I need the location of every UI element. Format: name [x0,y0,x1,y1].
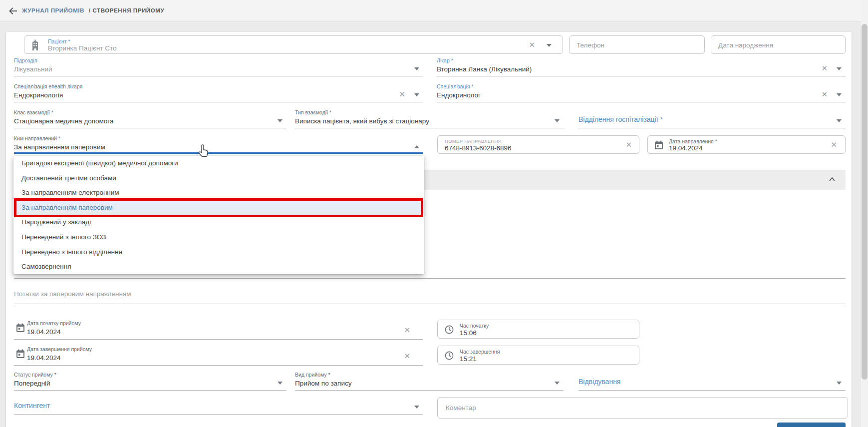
patient-field[interactable]: Пацієнт * Вторинка Пацієнт Сто ✕ [24,35,563,54]
ehealth-spec-value: Ендокринологія [14,91,423,100]
chevron-down-icon[interactable] [837,93,842,96]
attendance-field[interactable]: Відвідування [579,372,846,391]
chevron-down-icon[interactable] [414,406,419,409]
dropdown-option[interactable]: Бригадою екстреної (швидкої) медичної до… [13,156,424,171]
referred-by-field[interactable]: Ким направлений * За направленням паперо… [14,135,423,154]
contingent-field[interactable]: Контингент [14,396,423,415]
referred-by-label: Ким направлений * [14,135,423,142]
end-time-field[interactable]: Час завершення 15:21 [437,346,639,365]
phone-placeholder: Телефон [577,41,604,49]
status-field[interactable]: Статус прийому * Попередній [14,372,287,391]
scrollbar-thumb[interactable] [862,24,868,380]
chevron-down-icon[interactable] [414,93,419,96]
chevron-down-icon[interactable] [555,382,560,385]
unit-field[interactable]: Підрозділ Лікувальний [14,57,423,76]
comment-field[interactable]: Коментар [437,397,848,419]
dropdown-option[interactable]: Доставлений третіми особами [13,171,424,186]
end-time-value: 15:21 [460,355,477,363]
birthdate-field[interactable]: Дата народження [711,35,846,54]
scrollbar-track[interactable] [861,0,868,427]
chevron-down-icon[interactable] [837,67,842,70]
chevron-down-icon[interactable] [837,382,842,385]
breadcrumb: ЖУРНАЛ ПРИЙОМІВ / СТВОРЕННЯ ПРИЙОМУ [22,7,164,13]
doctor-field[interactable]: Лікар * Вторинна Ланка (Лікувальний) ✕ [437,57,846,76]
breadcrumb-current: / СТВОРЕННЯ ПРИЙОМУ [89,7,164,13]
interaction-class-label: Клас взаємодії * [14,109,287,116]
clear-icon[interactable]: ✕ [404,352,410,360]
clock-icon [444,325,454,335]
referral-date-label: Дата направлення * [669,138,717,144]
patient-label: Пацієнт * [48,38,70,44]
clear-icon[interactable]: ✕ [821,90,828,98]
unit-label: Підрозділ [14,57,423,64]
visit-kind-label: Вид прийому * [295,372,564,378]
contingent-label: Контингент [14,402,50,410]
hospital-department-label: Відділення госпіталізації * [579,115,663,123]
end-date-value: 19.04.2024 [27,354,423,363]
specialization-field[interactable]: Спеціалізація * Ендокринолог ✕ [437,83,846,102]
interaction-class-value: Стаціонарна медична допомога [14,117,287,126]
start-date-value: 19.04.2024 [27,328,423,337]
top-bar: ЖУРНАЛ ПРИЙОМІВ / СТВОРЕННЯ ПРИЙОМУ [0,0,868,22]
phone-field[interactable]: Телефон [569,35,705,54]
doctor-label: Лікар * [437,57,846,64]
clear-icon[interactable]: ✕ [831,141,837,148]
dropdown-option[interactable]: За направленням електронним [13,185,424,200]
paper-referral-notes-field[interactable]: Нотатки за паперовим направленням [14,290,846,304]
calendar-icon [16,349,25,359]
chevron-down-icon[interactable] [555,119,560,122]
specialization-label: Спеціалізація * [437,83,846,90]
chevron-up-icon[interactable] [414,145,419,148]
clear-icon[interactable]: ✕ [399,90,405,98]
dropdown-option[interactable]: Переведений з іншого ЗОЗ [13,230,424,245]
ehealth-spec-label: Спеціалізація ehealth лікаря [14,83,423,90]
referral-number-label: НОМЕР НАПРАВЛЕННЯ [445,138,502,144]
end-date-field[interactable]: Дата завершення прийому 19.04.2024 ✕ [14,345,423,366]
dropdown-option-selected[interactable]: За направленням паперовим [13,200,424,215]
start-time-field[interactable]: Час початку 15:06 [437,320,639,339]
back-arrow-icon[interactable] [7,5,19,17]
save-button[interactable] [777,423,846,427]
doctor-value: Вторинна Ланка (Лікувальний) [437,65,846,74]
dropdown-option[interactable]: Переведено з іншого відділення [13,245,424,260]
chevron-down-icon[interactable] [837,119,842,122]
calendar-icon [654,140,663,150]
clear-icon[interactable]: ✕ [821,64,828,72]
status-value: Попередній [14,379,287,388]
referral-number-value: 6748-8913-6028-6896 [445,144,512,152]
interaction-class-field[interactable]: Клас взаємодії * Стаціонарна медична доп… [14,109,287,128]
interaction-type-value: Виписка пацієнта, який вибув зі стаціона… [295,117,564,126]
referred-by-value: За направленням паперовим [14,143,423,152]
interaction-type-field[interactable]: Тип взаємодії * Виписка пацієнта, який в… [295,109,564,128]
breadcrumb-journal-link[interactable]: ЖУРНАЛ ПРИЙОМІВ [22,7,84,13]
clear-icon[interactable]: ✕ [625,141,632,148]
visit-kind-field[interactable]: Вид прийому * Прийом по запису [295,372,564,391]
interaction-type-label: Тип взаємодії * [295,109,564,116]
referral-number-field[interactable]: НОМЕР НАПРАВЛЕННЯ 6748-8913-6028-6896 ✕ [437,135,639,154]
hospital-department-field[interactable]: Відділення госпіталізації * [579,109,846,128]
chevron-down-icon[interactable] [547,44,552,47]
dropdown-option[interactable]: Народжений у закладі [13,215,424,230]
ehealth-spec-field[interactable]: Спеціалізація ehealth лікаря Ендокриноло… [14,83,423,102]
chevron-up-icon[interactable] [829,177,836,182]
clear-icon[interactable]: ✕ [404,326,410,334]
start-time-value: 15:06 [460,329,477,337]
comment-placeholder: Коментар [446,404,476,412]
patient-value: Вторинка Пацієнт Сто [48,44,117,52]
visit-kind-value: Прийом по запису [295,379,564,388]
attendance-label: Відвідування [579,378,620,386]
dropdown-option[interactable]: Самозвернення [13,259,424,274]
referral-date-field[interactable]: Дата направлення * 19.04.2024 ✕ [647,135,846,154]
start-time-label: Час початку [460,323,489,329]
chevron-down-icon[interactable] [414,67,419,70]
referral-date-value: 19.04.2024 [669,144,703,152]
end-time-label: Час завершення [460,349,500,355]
chevron-down-icon[interactable] [278,382,283,385]
chevron-down-icon[interactable] [278,119,283,122]
end-date-label: Дата завершення прийому [27,346,423,353]
start-date-field[interactable]: Дата початку прийому 19.04.2024 ✕ [14,319,423,340]
specialization-value: Ендокринолог [437,91,846,100]
birthdate-placeholder: Дата народження [718,41,773,49]
calendar-icon [16,323,25,333]
clear-icon[interactable]: ✕ [529,41,535,48]
